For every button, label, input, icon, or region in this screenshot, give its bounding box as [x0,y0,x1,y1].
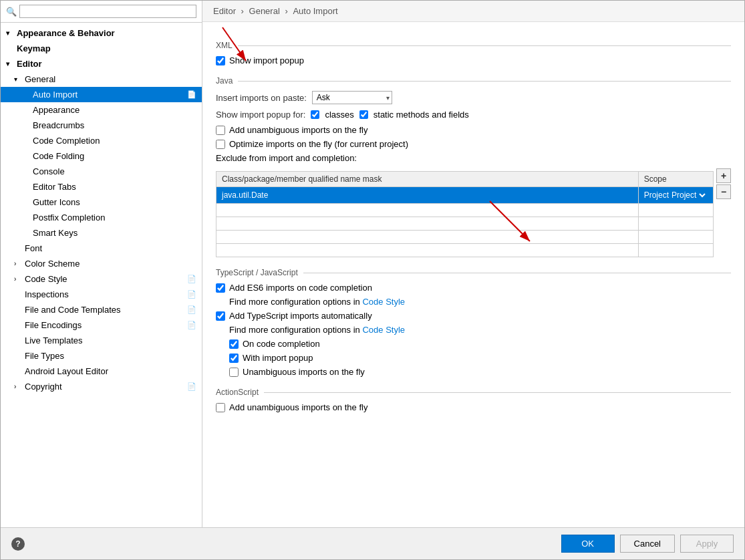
sidebar-item-code-completion[interactable]: Code Completion [1,133,202,148]
sidebar-item-label: Editor [17,59,196,69]
apply-button[interactable]: Apply [680,535,734,553]
sidebar-item-label: Console [33,166,196,176]
insert-imports-dropdown[interactable]: Ask Always Never [312,91,392,104]
optimize-imports-checkbox[interactable] [216,140,225,149]
right-panel: Editor › General › Auto Import XML [202,1,744,527]
sidebar-item-live-templates[interactable]: Live Templates [1,333,202,348]
add-unambiguous-row: Add unambiguous imports on the fly [216,125,731,135]
show-import-popup-row: Show import popup [216,55,731,65]
add-row-button[interactable]: + [716,168,731,183]
sidebar-item-label: Auto Import [33,90,184,100]
page-icon: 📄 [187,382,196,391]
sidebar-item-auto-import[interactable]: Auto Import 📄 [1,87,202,102]
actionscript-section-title: ActionScript [216,388,731,397]
search-icon: 🔍 [6,7,17,17]
exclude-label-row: Exclude from import and completion: [216,153,731,163]
page-icon: 📄 [187,321,196,329]
sidebar-item-copyright[interactable]: › Copyright 📄 [1,379,202,394]
code-style-link2[interactable]: Code Style [362,325,405,335]
sidebar-item-label: Gutter Icons [33,197,196,207]
sidebar-item-color-scheme[interactable]: › Color Scheme [1,256,202,271]
typescript-section: TypeScript / JavaScript Add ES6 imports … [216,268,731,377]
right-panel-wrapper: Editor › General › Auto Import XML [202,1,744,527]
exclude-table-container: Class/package/member qualified name mask… [216,168,731,257]
collapse-arrow: › [14,260,22,267]
main-content: 🔍 ▾ Appearance & Behavior Keymap ▾ Edito… [1,1,744,527]
add-es6-checkbox[interactable] [216,283,225,293]
optimize-imports-label: Optimize imports on the fly (for current… [229,139,408,149]
sidebar-item-code-style[interactable]: › Code Style 📄 [1,271,202,287]
ok-button[interactable]: OK [561,535,615,553]
help-button[interactable]: ? [11,537,25,551]
add-unambiguous-as-checkbox[interactable] [216,403,225,412]
table-row[interactable]: java.util.Date Project Project [216,187,714,204]
static-methods-checkbox[interactable] [359,110,368,119]
show-popup-for-row: Show import popup for: classes static me… [216,110,731,120]
classes-checkbox[interactable] [311,110,319,119]
sidebar-item-label: File Encodings [25,320,184,330]
add-unambiguous-as-label: Add unambiguous imports on the fly [229,402,367,412]
sidebar-item-console[interactable]: Console [1,164,202,179]
add-typescript-checkbox[interactable] [216,311,225,321]
typescript-sub-options: On code completion With import popup Una… [216,339,731,377]
sidebar-item-file-encodings[interactable]: File Encodings 📄 [1,317,202,333]
on-code-completion-checkbox[interactable] [229,339,239,349]
breadcrumb-auto-import: Auto Import [293,6,337,16]
sidebar-item-breadcrumbs[interactable]: Breadcrumbs [1,118,202,133]
left-panel: 🔍 ▾ Appearance & Behavior Keymap ▾ Edito… [1,1,202,527]
sidebar-item-editor[interactable]: ▾ Editor [1,56,202,72]
table-col1-header: Class/package/member qualified name mask [216,172,639,187]
sidebar-item-label: File Types [25,351,196,361]
java-section-title: Java [216,76,731,86]
table-cell-name: java.util.Date [216,187,639,204]
breadcrumb: Editor › General › Auto Import [202,1,744,22]
collapse-arrow: › [14,383,22,390]
xml-section-title: XML [216,41,731,50]
page-icon: 📄 [187,275,196,283]
bottom-bar: ? OK Cancel Apply [1,527,744,559]
sidebar-item-smart-keys[interactable]: Smart Keys [1,225,202,241]
remove-row-button[interactable]: − [716,184,731,199]
table-col2-header: Scope [638,172,713,187]
sidebar-item-file-code-templates[interactable]: File and Code Templates 📄 [1,302,202,317]
sidebar-item-android-layout-editor[interactable]: Android Layout Editor [1,364,202,379]
table-cell-scope: Project Project [638,187,713,204]
add-unambiguous-label: Add unambiguous imports on the fly [229,125,367,135]
sidebar-item-general[interactable]: ▾ General [1,72,202,87]
sidebar-item-font[interactable]: Font [1,241,202,256]
add-unambiguous-as-row: Add unambiguous imports on the fly [216,402,731,412]
sidebar-item-appearance[interactable]: Appearance [1,102,202,118]
insert-imports-label: Insert imports on paste: [216,93,307,103]
show-popup-for-label: Show import popup for: [216,110,305,120]
sidebar-item-label: Smart Keys [33,228,196,238]
add-unambiguous-checkbox[interactable] [216,126,225,135]
sidebar-item-label: Code Folding [33,151,196,161]
search-input[interactable] [19,5,196,18]
sidebar-item-label: Code Style [25,274,184,284]
search-bar: 🔍 [1,1,202,23]
show-import-popup-checkbox[interactable] [216,56,225,65]
tree-view: ▾ Appearance & Behavior Keymap ▾ Editor … [1,23,202,527]
sidebar-item-appearance-behavior[interactable]: ▾ Appearance & Behavior [1,25,202,41]
sidebar-item-keymap[interactable]: Keymap [1,41,202,56]
cancel-button[interactable]: Cancel [620,535,675,553]
sidebar-item-gutter-icons[interactable]: Gutter Icons [1,194,202,210]
exclude-table: Class/package/member qualified name mask… [216,171,714,257]
with-import-popup-row: With import popup [229,353,731,363]
breadcrumb-editor: Editor [213,6,236,16]
sidebar-item-code-folding[interactable]: Code Folding [1,148,202,164]
table-empty-row4 [216,244,714,257]
sidebar-item-postfix-completion[interactable]: Postfix Completion [1,210,202,225]
settings-dialog: 🔍 ▾ Appearance & Behavior Keymap ▾ Edito… [0,0,745,560]
scope-dropdown[interactable]: Project [669,190,708,200]
sidebar-item-label: Appearance & Behavior [17,28,196,38]
sidebar-item-label: Inspections [25,289,184,299]
unambiguous-imports-checkbox[interactable] [229,368,239,377]
sidebar-item-file-types[interactable]: File Types [1,348,202,364]
code-style-link1[interactable]: Code Style [362,297,405,307]
exclude-label: Exclude from import and completion: [216,153,357,163]
sidebar-item-editor-tabs[interactable]: Editor Tabs [1,179,202,194]
page-icon: 📄 [187,90,196,99]
sidebar-item-inspections[interactable]: Inspections 📄 [1,287,202,302]
with-import-popup-checkbox[interactable] [229,354,239,363]
